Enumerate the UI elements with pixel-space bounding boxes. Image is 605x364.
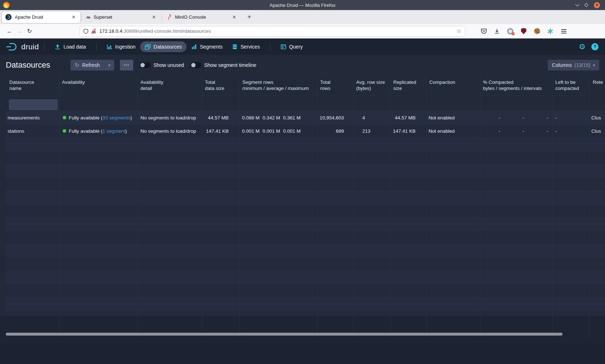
druid-favicon-icon [5,14,12,20]
column-header-total-data-size[interactable]: Totaldata size [202,76,240,96]
settings-gear-icon[interactable]: ⚙ [579,43,586,50]
datasources-icon [145,44,151,50]
page-title: Datasources [6,60,50,70]
nav-ingestion[interactable]: Ingestion [102,41,140,52]
table-header-row: Datasourcename Availability Availability… [6,76,605,96]
table-empty-row [6,258,605,271]
cell-left-to-be-compacted: - [553,124,590,137]
fully-available-status-icon [63,129,66,133]
help-icon[interactable]: ? [591,43,599,50]
cookie-extension-icon[interactable] [533,27,541,35]
firefox-window: Apache Druid — Mozilla Firefox × Apache … [0,0,605,364]
ublock-origin-icon[interactable] [520,27,528,35]
tab-apache-druid[interactable]: Apache Druid ✕ [2,12,80,23]
druid-wordmark: druid [21,42,39,51]
cell-total-data-size: 44.57 MB [202,111,240,124]
nav-datasources[interactable]: Datasources [140,41,187,52]
column-header-left-to-be-compacted[interactable]: Left to becompacted [553,76,590,96]
nav-label: Datasources [153,44,182,50]
tab-superset[interactable]: ∞ Superset ✕ [83,12,161,23]
table-empty-row [6,311,605,324]
page-header: Datasources ↻ Refresh ▾ ••• Show unused … [0,55,605,76]
query-icon [281,44,286,50]
cell-retention: Clus [590,111,605,124]
tab-minio-console[interactable]: MinIO Console ✕ [163,12,241,23]
table-empty-row [6,284,605,297]
column-header-total-rows[interactable]: Totalrows [318,76,354,96]
column-header-availability[interactable]: Availability [59,76,138,96]
window-maximize-icon[interactable] [584,3,588,7]
refresh-button[interactable]: ↻ Refresh [71,60,104,70]
columns-selector-button[interactable]: Columns (13/15) ▾ [548,60,599,70]
show-unused-toggle-group: Show unused [140,62,184,68]
reload-button[interactable]: ↻ [24,26,35,36]
cell-availability: Fully available (1 segment) [59,124,138,137]
druid-logo-icon [6,42,19,51]
column-header-percent-compacted[interactable]: % Compactedbytes / segments / intervals [480,76,553,96]
segments-link[interactable]: 1 segment [103,128,125,134]
refresh-icon: ↻ [75,62,80,68]
column-header-availability-detail[interactable]: Availabilitydetail [138,76,202,96]
tab-label: Superset [94,14,151,20]
tab-label: MinIO Console [175,14,231,20]
tab-close-icon[interactable]: ✕ [231,14,237,20]
datasources-table: Datasourcename Availability Availability… [6,76,605,337]
cell-left-to-be-compacted: - [553,111,590,124]
column-header-retention[interactable]: Rete [590,76,605,96]
cell-replicated-size: 44.57 MB [391,111,427,124]
column-header-avg-row-size[interactable]: Avg. row size(bytes) [354,76,391,96]
datasources-view: Datasources ↻ Refresh ▾ ••• Show unused … [0,55,605,316]
nav-load-data[interactable]: Load data [50,41,90,52]
forward-button[interactable]: → [14,26,24,36]
column-header-replicated-size[interactable]: Replicatedsize [391,76,427,96]
downloads-icon[interactable] [493,27,501,35]
segments-icon [191,44,197,50]
table-empty-row [6,297,605,311]
show-unused-switch[interactable] [140,62,151,68]
show-segment-timeline-switch[interactable] [191,62,201,68]
menu-hamburger-icon[interactable] [560,27,568,35]
column-header-segment-rows[interactable]: Segment rowsminimum / average / maximum [240,76,318,96]
more-actions-button[interactable]: ••• [120,60,133,70]
nav-divider [270,43,270,51]
cell-compaction: Not enabled [427,111,480,124]
tab-close-icon[interactable]: ✕ [151,14,157,20]
horizontal-scrollbar-thumb[interactable] [6,333,563,336]
window-minimize-icon[interactable] [575,2,579,6]
cell-avg-row-size: 213 [354,124,391,137]
nav-services[interactable]: Services [227,41,265,52]
tracking-shield-icon[interactable] [83,28,89,34]
tab-bar: Apache Druid ✕ ∞ Superset ✕ MinIO Consol… [0,10,605,24]
new-tab-button[interactable]: + [245,13,254,21]
superset-favicon-icon: ∞ [86,14,90,20]
nav-segments[interactable]: Segments [187,41,227,52]
column-header-compaction[interactable]: Compaction [427,76,480,96]
fully-available-status-icon [63,116,66,119]
extension-account-icon[interactable]: ✕ [506,27,514,35]
insecure-lock-icon[interactable] [91,29,96,34]
back-button[interactable]: ← [4,26,14,36]
url-bar[interactable]: 172.18.0.4:30899/unified-console.html#da… [79,26,465,37]
column-header-datasource-name[interactable]: Datasourcename [6,76,59,96]
cell-avg-row-size: 4 [354,111,391,124]
refresh-dropdown-button[interactable]: ▾ [104,60,114,70]
cell-total-rows: 689 [318,124,354,137]
bookmark-star-icon[interactable]: ☆ [457,28,461,35]
toggle-label: Show unused [153,62,184,68]
table-row: measurements Fully available (33 segment… [6,111,605,124]
table-empty-row [6,244,605,258]
columns-label: Columns [552,62,572,68]
table-empty-row [6,231,605,244]
nav-label: Ingestion [115,44,136,50]
cell-total-data-size: 147.41 KB [202,124,240,137]
cell-segment-rows: 0.001 M0.001 M0.001 M [240,124,318,137]
segments-link[interactable]: 33 segments [103,115,130,120]
datasource-name-filter-input[interactable] [9,99,58,110]
nav-query[interactable]: Query [276,41,308,52]
cell-availability-detail: No segments to load/drop [138,111,202,124]
cell-total-rows: 10,954,603 [318,111,354,124]
window-close-button[interactable]: × [594,2,600,8]
pocket-icon[interactable] [480,27,488,35]
extension-asterisk-icon[interactable] [546,27,554,35]
tab-close-icon[interactable]: ✕ [71,14,77,20]
